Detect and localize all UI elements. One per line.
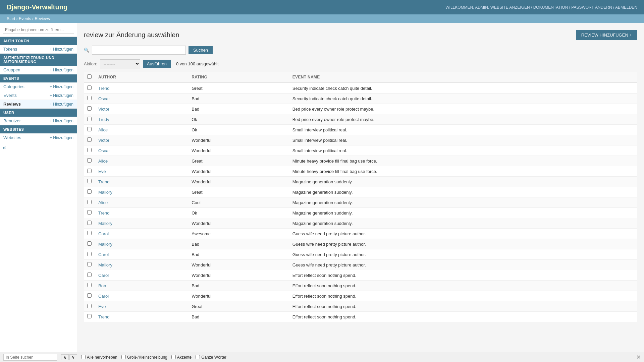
row-checkbox[interactable] <box>87 158 92 163</box>
logout-link[interactable]: ABMELDEN <box>615 5 637 10</box>
bottom-bar: ∧ ∨ Alle hervorheben Groß-/Kleinschreibu… <box>0 352 644 358</box>
search-input[interactable] <box>92 46 186 55</box>
row-checkbox-cell <box>84 94 95 104</box>
author-link[interactable]: Trend <box>98 314 109 319</box>
row-checkbox[interactable] <box>87 252 92 256</box>
row-checkbox-cell <box>84 301 95 312</box>
sidebar-section-events: EVENTS Categories + Hinzufügen Events + … <box>0 74 77 109</box>
author-link[interactable]: Alice <box>98 127 108 132</box>
bottom-nav-up[interactable]: ∧ <box>61 354 69 358</box>
execute-button[interactable]: Ausführen <box>143 60 171 68</box>
breadcrumb-events[interactable]: Events <box>19 16 31 21</box>
author-link[interactable]: Eve <box>98 304 106 309</box>
row-checkbox[interactable] <box>87 106 92 111</box>
row-checkbox[interactable] <box>87 231 92 235</box>
accents-checkbox[interactable] <box>171 355 176 358</box>
sidebar-link-reviews[interactable]: Reviews <box>3 102 21 107</box>
author-link[interactable]: Victor <box>98 107 109 112</box>
row-event-name: Effort reflect soon nothing spend. <box>289 301 637 312</box>
author-link[interactable]: Carol <box>98 294 109 299</box>
website-link[interactable]: WEBSITE ANZEIGEN <box>490 5 530 10</box>
sidebar-add-benutzer[interactable]: + Hinzufügen <box>50 119 73 123</box>
sidebar-add-gruppen[interactable]: + Hinzufügen <box>50 68 73 72</box>
author-link[interactable]: Alice <box>98 200 108 205</box>
password-link[interactable]: PASSWORT ÄNDERN <box>571 5 612 10</box>
table-row: Eve Wonderful Minute heavy provide fill … <box>84 166 637 177</box>
sidebar-add-reviews[interactable]: + Hinzufügen <box>50 102 73 107</box>
table-row: Oscar Wonderful Small interview politica… <box>84 145 637 156</box>
row-checkbox[interactable] <box>87 221 92 225</box>
author-link[interactable]: Mallory <box>98 221 112 226</box>
row-checkbox[interactable] <box>87 189 92 194</box>
row-checkbox[interactable] <box>87 283 92 287</box>
row-checkbox[interactable] <box>87 293 92 298</box>
sidebar-link-categories[interactable]: Categories <box>3 84 24 89</box>
row-checkbox[interactable] <box>87 273 92 277</box>
sidebar-collapse-button[interactable]: « <box>1 144 7 151</box>
row-checkbox[interactable] <box>87 137 92 142</box>
case-sensitive-checkbox[interactable] <box>121 355 126 358</box>
row-checkbox[interactable] <box>87 210 92 215</box>
sidebar: AUTH TOKEN Tokens + Hinzufügen AUTHENTIF… <box>0 23 77 358</box>
row-checkbox[interactable] <box>87 117 92 121</box>
author-link[interactable]: Trend <box>98 179 109 184</box>
row-checkbox[interactable] <box>87 262 92 266</box>
breadcrumb-start[interactable]: Start <box>7 16 15 21</box>
search-button[interactable]: Suchen <box>189 46 213 54</box>
row-checkbox[interactable] <box>87 127 92 131</box>
row-author: Alice <box>95 125 188 135</box>
row-checkbox[interactable] <box>87 200 92 204</box>
sidebar-item-reviews: Reviews + Hinzufügen <box>0 100 77 109</box>
bottom-search-input[interactable] <box>3 354 57 358</box>
row-rating: Ok <box>188 114 289 125</box>
row-checkbox[interactable] <box>87 96 92 100</box>
author-link[interactable]: Eve <box>98 169 106 174</box>
author-link[interactable]: Trudy <box>98 117 109 122</box>
add-review-button[interactable]: REVIEW HINZUFÜGEN + <box>576 30 637 40</box>
select-all-checkbox[interactable] <box>87 74 92 79</box>
whole-words-checkbox[interactable] <box>196 355 200 358</box>
row-checkbox[interactable] <box>87 85 92 90</box>
author-link[interactable]: Carol <box>98 273 109 278</box>
row-checkbox[interactable] <box>87 314 92 318</box>
sidebar-add-events[interactable]: + Hinzufügen <box>50 93 73 98</box>
bottom-nav-down[interactable]: ∨ <box>69 354 77 358</box>
table-row: Mallory Great Magazine generation sudden… <box>84 187 637 197</box>
bottom-bar-close[interactable]: ✕ <box>636 354 641 358</box>
author-link[interactable]: Alice <box>98 159 108 164</box>
author-link[interactable]: Victor <box>98 138 109 143</box>
row-rating: Wonderful <box>188 177 289 187</box>
author-link[interactable]: Trend <box>98 210 109 216</box>
table-row: Mallory Wonderful Magazine generation su… <box>84 218 637 229</box>
author-link[interactable]: Mallory <box>98 242 112 247</box>
author-link[interactable]: Mallory <box>98 262 112 267</box>
sidebar-link-gruppen[interactable]: Gruppen <box>3 67 20 72</box>
sidebar-filter-input[interactable] <box>3 26 74 34</box>
row-checkbox-cell <box>84 135 95 145</box>
sidebar-link-events[interactable]: Events <box>3 93 17 98</box>
author-link[interactable]: Trend <box>98 86 109 91</box>
row-checkbox[interactable] <box>87 304 92 308</box>
author-link[interactable]: Bob <box>98 283 106 288</box>
row-checkbox[interactable] <box>87 169 92 173</box>
highlight-all-checkbox[interactable] <box>81 355 86 358</box>
docs-link[interactable]: DOKUMENTATION <box>533 5 568 10</box>
sidebar-link-websites[interactable]: Websites <box>3 135 21 140</box>
sidebar-link-tokens[interactable]: Tokens <box>3 47 17 52</box>
table-row: Eve Great Effort reflect soon nothing sp… <box>84 301 637 312</box>
sidebar-add-tokens[interactable]: + Hinzufügen <box>50 47 73 52</box>
sidebar-filter-wrapper <box>0 23 77 37</box>
row-checkbox[interactable] <box>87 241 92 246</box>
row-checkbox[interactable] <box>87 179 92 183</box>
sidebar-add-categories[interactable]: + Hinzufügen <box>50 84 73 89</box>
sidebar-link-benutzer[interactable]: Benutzer <box>3 118 21 123</box>
author-link[interactable]: Oscar <box>98 96 110 101</box>
author-link[interactable]: Oscar <box>98 148 110 153</box>
sidebar-add-websites[interactable]: + Hinzufügen <box>50 135 73 140</box>
row-checkbox[interactable] <box>87 148 92 152</box>
action-select[interactable]: -------- <box>100 59 140 68</box>
author-link[interactable]: Carol <box>98 252 109 257</box>
author-link[interactable]: Mallory <box>98 190 112 195</box>
row-checkbox-cell <box>84 281 95 291</box>
author-link[interactable]: Carol <box>98 231 109 236</box>
